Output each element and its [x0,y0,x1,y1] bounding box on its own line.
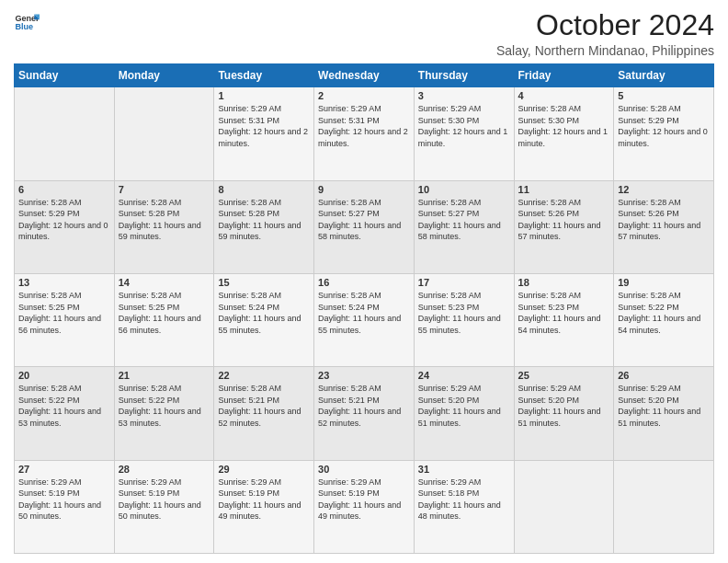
day-number: 29 [218,464,310,475]
day-info: Sunrise: 5:29 AMSunset: 5:19 PMDaylight:… [18,477,110,523]
table-row: 15 Sunrise: 5:28 AMSunset: 5:24 PMDaylig… [214,273,314,366]
table-row: 4 Sunrise: 5:28 AMSunset: 5:30 PMDayligh… [514,87,614,180]
day-number: 17 [418,277,510,288]
header-sunday: Sunday [15,64,115,87]
header-thursday: Thursday [414,64,514,87]
location-title: Salay, Northern Mindanao, Philippines [496,43,714,58]
day-info: Sunrise: 5:29 AMSunset: 5:20 PMDaylight:… [518,383,610,429]
day-number: 30 [318,464,410,475]
day-number: 3 [418,90,510,101]
table-row: 16 Sunrise: 5:28 AMSunset: 5:24 PMDaylig… [314,273,415,366]
day-number: 7 [119,184,210,195]
table-row: 27 Sunrise: 5:29 AMSunset: 5:19 PMDaylig… [15,460,115,553]
day-number: 6 [18,184,110,195]
day-number: 4 [518,90,610,101]
table-row: 11 Sunrise: 5:28 AMSunset: 5:26 PMDaylig… [514,180,614,273]
day-number: 11 [518,184,610,195]
month-title: October 2024 [496,9,714,41]
page-header: General Blue October 2024 Salay, Norther… [14,9,714,58]
day-info: Sunrise: 5:29 AMSunset: 5:20 PMDaylight:… [618,383,710,429]
day-info: Sunrise: 5:29 AMSunset: 5:31 PMDaylight:… [218,103,310,149]
table-row: 24 Sunrise: 5:29 AMSunset: 5:20 PMDaylig… [414,367,514,460]
table-row: 10 Sunrise: 5:28 AMSunset: 5:27 PMDaylig… [414,180,514,273]
header-tuesday: Tuesday [214,64,314,87]
day-info: Sunrise: 5:29 AMSunset: 5:18 PMDaylight:… [418,477,510,523]
table-row: 31 Sunrise: 5:29 AMSunset: 5:18 PMDaylig… [414,460,514,553]
day-number: 15 [218,277,310,288]
day-number: 19 [618,277,710,288]
day-info: Sunrise: 5:28 AMSunset: 5:23 PMDaylight:… [418,290,510,336]
day-info: Sunrise: 5:28 AMSunset: 5:24 PMDaylight:… [318,290,410,336]
table-row: 19 Sunrise: 5:28 AMSunset: 5:22 PMDaylig… [614,273,714,366]
day-info: Sunrise: 5:28 AMSunset: 5:22 PMDaylight:… [618,290,710,336]
header-wednesday: Wednesday [314,64,415,87]
day-number: 12 [618,184,710,195]
day-info: Sunrise: 5:28 AMSunset: 5:21 PMDaylight:… [218,383,310,429]
logo-icon: General Blue [14,9,40,35]
day-info: Sunrise: 5:28 AMSunset: 5:24 PMDaylight:… [218,290,310,336]
day-number: 16 [318,277,410,288]
day-number: 31 [418,464,510,475]
day-info: Sunrise: 5:28 AMSunset: 5:28 PMDaylight:… [218,197,310,243]
header-friday: Friday [514,64,614,87]
day-info: Sunrise: 5:29 AMSunset: 5:19 PMDaylight:… [318,477,410,523]
day-info: Sunrise: 5:28 AMSunset: 5:23 PMDaylight:… [518,290,610,336]
logo: General Blue [14,9,40,35]
table-row: 22 Sunrise: 5:28 AMSunset: 5:21 PMDaylig… [214,367,314,460]
table-row [15,87,115,180]
table-row: 13 Sunrise: 5:28 AMSunset: 5:25 PMDaylig… [15,273,115,366]
day-number: 27 [18,464,110,475]
day-number: 14 [119,277,210,288]
day-info: Sunrise: 5:28 AMSunset: 5:22 PMDaylight:… [18,383,110,429]
table-row: 23 Sunrise: 5:28 AMSunset: 5:21 PMDaylig… [314,367,415,460]
table-row: 26 Sunrise: 5:29 AMSunset: 5:20 PMDaylig… [614,367,714,460]
table-row: 21 Sunrise: 5:28 AMSunset: 5:22 PMDaylig… [114,367,214,460]
day-info: Sunrise: 5:29 AMSunset: 5:19 PMDaylight:… [218,477,310,523]
table-row: 14 Sunrise: 5:28 AMSunset: 5:25 PMDaylig… [114,273,214,366]
day-info: Sunrise: 5:28 AMSunset: 5:25 PMDaylight:… [18,290,110,336]
day-info: Sunrise: 5:28 AMSunset: 5:27 PMDaylight:… [418,197,510,243]
table-row: 28 Sunrise: 5:29 AMSunset: 5:19 PMDaylig… [114,460,214,553]
day-info: Sunrise: 5:28 AMSunset: 5:30 PMDaylight:… [518,103,610,149]
day-number: 24 [418,370,510,381]
day-number: 22 [218,370,310,381]
title-block: October 2024 Salay, Northern Mindanao, P… [496,9,714,58]
table-row [114,87,214,180]
day-number: 1 [218,90,310,101]
day-info: Sunrise: 5:28 AMSunset: 5:29 PMDaylight:… [618,103,710,149]
table-row: 25 Sunrise: 5:29 AMSunset: 5:20 PMDaylig… [514,367,614,460]
table-row: 6 Sunrise: 5:28 AMSunset: 5:29 PMDayligh… [15,180,115,273]
day-info: Sunrise: 5:28 AMSunset: 5:26 PMDaylight:… [618,197,710,243]
calendar-table: Sunday Monday Tuesday Wednesday Thursday… [14,63,714,554]
day-info: Sunrise: 5:29 AMSunset: 5:30 PMDaylight:… [418,103,510,149]
table-row: 8 Sunrise: 5:28 AMSunset: 5:28 PMDayligh… [214,180,314,273]
day-info: Sunrise: 5:28 AMSunset: 5:26 PMDaylight:… [518,197,610,243]
table-row: 1 Sunrise: 5:29 AMSunset: 5:31 PMDayligh… [214,87,314,180]
day-info: Sunrise: 5:28 AMSunset: 5:27 PMDaylight:… [318,197,410,243]
table-row: 17 Sunrise: 5:28 AMSunset: 5:23 PMDaylig… [414,273,514,366]
day-info: Sunrise: 5:28 AMSunset: 5:28 PMDaylight:… [119,197,210,243]
table-row: 20 Sunrise: 5:28 AMSunset: 5:22 PMDaylig… [15,367,115,460]
table-row: 9 Sunrise: 5:28 AMSunset: 5:27 PMDayligh… [314,180,415,273]
table-row: 5 Sunrise: 5:28 AMSunset: 5:29 PMDayligh… [614,87,714,180]
day-info: Sunrise: 5:29 AMSunset: 5:19 PMDaylight:… [119,477,210,523]
table-row: 7 Sunrise: 5:28 AMSunset: 5:28 PMDayligh… [114,180,214,273]
day-number: 28 [119,464,210,475]
day-info: Sunrise: 5:28 AMSunset: 5:29 PMDaylight:… [18,197,110,243]
table-row: 30 Sunrise: 5:29 AMSunset: 5:19 PMDaylig… [314,460,415,553]
header-saturday: Saturday [614,64,714,87]
svg-text:Blue: Blue [15,22,33,31]
header-monday: Monday [114,64,214,87]
day-info: Sunrise: 5:28 AMSunset: 5:25 PMDaylight:… [119,290,210,336]
day-number: 2 [318,90,410,101]
day-number: 18 [518,277,610,288]
table-row [514,460,614,553]
calendar-header-row: Sunday Monday Tuesday Wednesday Thursday… [15,64,714,87]
day-number: 20 [18,370,110,381]
day-number: 23 [318,370,410,381]
day-number: 21 [119,370,210,381]
table-row: 3 Sunrise: 5:29 AMSunset: 5:30 PMDayligh… [414,87,514,180]
day-number: 13 [18,277,110,288]
table-row [614,460,714,553]
day-info: Sunrise: 5:29 AMSunset: 5:20 PMDaylight:… [418,383,510,429]
